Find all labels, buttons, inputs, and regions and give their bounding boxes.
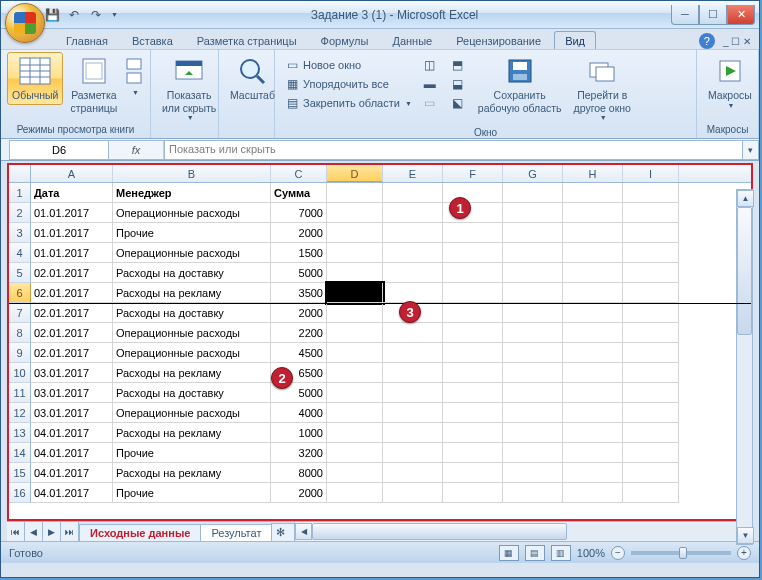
cell[interactable]: 1500 <box>271 243 327 263</box>
cell[interactable] <box>383 343 443 363</box>
scroll-down-button[interactable]: ▼ <box>737 527 754 544</box>
cell[interactable] <box>563 383 623 403</box>
cell[interactable]: Расходы на доставку <box>113 383 271 403</box>
cell[interactable] <box>383 423 443 443</box>
scroll-up-button[interactable]: ▲ <box>737 190 754 207</box>
scroll-thumb[interactable] <box>312 523 566 540</box>
help-icon[interactable]: ? <box>699 33 715 49</box>
row-header[interactable]: 14 <box>9 443 31 463</box>
sheet-nav-prev[interactable]: ◀ <box>25 522 43 541</box>
sheet-nav-next[interactable]: ▶ <box>43 522 61 541</box>
cell[interactable] <box>563 363 623 383</box>
cell[interactable]: 3500 <box>271 283 327 303</box>
cell[interactable] <box>623 303 679 323</box>
vertical-scrollbar[interactable]: ▲ ▼ <box>736 189 753 545</box>
cell[interactable] <box>383 483 443 503</box>
row-header[interactable]: 12 <box>9 403 31 423</box>
sheet-tab-source[interactable]: Исходные данные <box>79 524 201 541</box>
cell[interactable] <box>503 463 563 483</box>
cell[interactable]: Прочие <box>113 443 271 463</box>
cell[interactable] <box>503 303 563 323</box>
cell[interactable]: 03.01.2017 <box>31 363 113 383</box>
horizontal-scrollbar[interactable]: ◀ ▶ <box>294 522 753 541</box>
cell[interactable]: 03.01.2017 <box>31 403 113 423</box>
cell[interactable]: 5000 <box>271 263 327 283</box>
cell[interactable]: 4500 <box>271 343 327 363</box>
cell[interactable] <box>383 383 443 403</box>
header-cell[interactable]: Менеджер <box>113 183 271 203</box>
cell[interactable] <box>563 303 623 323</box>
cell[interactable] <box>563 283 623 303</box>
show-hide-button[interactable]: Показать или скрыть▼ <box>157 52 221 126</box>
cell[interactable] <box>383 363 443 383</box>
cell[interactable]: Прочие <box>113 483 271 503</box>
cell[interactable] <box>443 323 503 343</box>
cell[interactable] <box>503 323 563 343</box>
cell[interactable] <box>563 343 623 363</box>
cell[interactable]: Расходы на рекламу <box>113 363 271 383</box>
cell[interactable] <box>623 243 679 263</box>
ribbon-tab[interactable]: Разметка страницы <box>186 31 308 49</box>
cell[interactable] <box>327 463 383 483</box>
sheet-nav-first[interactable]: ⏮ <box>7 522 25 541</box>
column-header[interactable]: I <box>623 165 679 182</box>
cell[interactable] <box>443 463 503 483</box>
cell[interactable] <box>563 403 623 423</box>
row-header[interactable]: 4 <box>9 243 31 263</box>
hide-button[interactable]: ▬ <box>419 75 441 93</box>
zoom-button[interactable]: Масштаб <box>225 52 280 105</box>
cell[interactable] <box>623 463 679 483</box>
row-header[interactable]: 15 <box>9 463 31 483</box>
row-header[interactable]: 7 <box>9 303 31 323</box>
ribbon-tab[interactable]: Вставка <box>121 31 184 49</box>
fx-button[interactable]: fx <box>109 140 165 160</box>
ribbon-tab[interactable]: Рецензирование <box>445 31 552 49</box>
macros-button[interactable]: Макросы▼ <box>703 52 757 113</box>
cell[interactable] <box>327 483 383 503</box>
view-page-layout-button[interactable]: Разметка страницы <box>65 52 122 117</box>
cell[interactable] <box>623 443 679 463</box>
cell[interactable] <box>383 403 443 423</box>
cell[interactable] <box>327 223 383 243</box>
cell[interactable]: 04.01.2017 <box>31 463 113 483</box>
cell[interactable] <box>503 243 563 263</box>
ribbon-tab[interactable]: Формулы <box>310 31 380 49</box>
cell[interactable]: 01.01.2017 <box>31 243 113 263</box>
cell[interactable] <box>443 343 503 363</box>
cell[interactable] <box>327 243 383 263</box>
cell[interactable] <box>503 363 563 383</box>
cell[interactable] <box>443 403 503 423</box>
cell[interactable] <box>503 483 563 503</box>
reset-pos-button[interactable]: ⬕ <box>447 94 469 112</box>
cell[interactable]: Операционные расходы <box>113 323 271 343</box>
cell[interactable] <box>383 223 443 243</box>
row-header[interactable]: 9 <box>9 343 31 363</box>
cell[interactable]: 2000 <box>271 223 327 243</box>
cell[interactable]: Расходы на доставку <box>113 303 271 323</box>
cell[interactable] <box>327 283 383 303</box>
cell[interactable]: 02.01.2017 <box>31 263 113 283</box>
cell[interactable]: Операционные расходы <box>113 203 271 223</box>
cell[interactable] <box>327 363 383 383</box>
arrange-all-button[interactable]: ▦Упорядочить все <box>281 75 415 93</box>
cell[interactable] <box>327 443 383 463</box>
cell[interactable] <box>503 263 563 283</box>
cell[interactable] <box>623 283 679 303</box>
cell[interactable] <box>563 263 623 283</box>
cell[interactable] <box>503 403 563 423</box>
cell[interactable] <box>623 383 679 403</box>
cell[interactable] <box>503 423 563 443</box>
formula-expand-button[interactable]: ▾ <box>743 140 759 160</box>
cell[interactable] <box>623 483 679 503</box>
cell[interactable] <box>443 423 503 443</box>
qat-dropdown-icon[interactable]: ▼ <box>111 11 118 18</box>
cell[interactable] <box>327 203 383 223</box>
row-header[interactable]: 8 <box>9 323 31 343</box>
ribbon-minimize-icon[interactable]: _ ☐ ✕ <box>723 36 751 47</box>
zoom-out-button[interactable]: − <box>611 546 625 560</box>
cell[interactable]: 3200 <box>271 443 327 463</box>
unhide-button[interactable]: ▭ <box>419 94 441 112</box>
cell[interactable] <box>327 303 383 323</box>
cell[interactable]: 2000 <box>271 483 327 503</box>
cell[interactable]: 04.01.2017 <box>31 443 113 463</box>
